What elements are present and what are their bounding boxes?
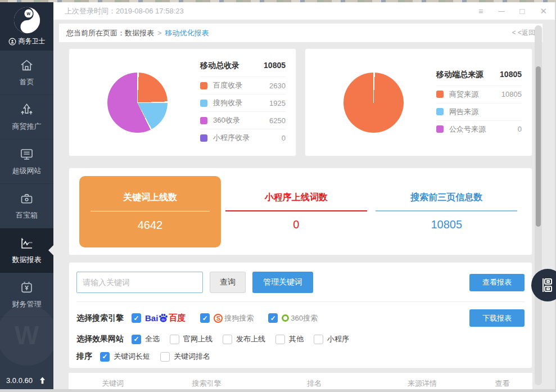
legend-label: 百度收录 [213,80,242,91]
sidebar-item-finance[interactable]: 财务管理 [0,273,53,317]
legend-swatch [200,82,207,89]
select-all-checkbox[interactable] [132,335,141,344]
breadcrumb: 您当前所在页面：数据报表 > 移动优化报表 < <返回 [59,24,543,42]
vertical-scrollbar[interactable] [535,25,542,385]
stat-value: 10805 [431,218,462,231]
sogou-text: 搜狗搜索 [224,313,254,323]
sidebar-nav: 首页 商贸推广 超级网站 [0,51,53,317]
official-site-checkbox[interactable] [170,335,179,344]
sogou-checkbox[interactable] [200,313,210,323]
legend-label: 搜狗收录 [213,98,242,108]
site-group-label: 选择效果网站 [76,334,124,344]
sidebar-item-label: 首页 [20,77,34,87]
breadcrumb-prefix: 您当前所在页面：数据报表 [66,28,154,38]
results-table-header: 关键词 搜索引擎 排名 来源详情 查看 [69,373,532,389]
sort-group-label: 排序 [76,352,92,362]
legend-value: 0 [518,125,522,133]
mobile-index-pie-chart [107,73,168,133]
legend-item: 360收录 6250 [200,111,286,129]
keyword-length-checkbox[interactable] [100,352,110,362]
minimize-button[interactable]: ─ [499,7,505,15]
stat-miniprogram-words[interactable]: 小程序上线词数 0 [221,192,372,231]
sidebar-item-label: 数据报表 [12,255,42,265]
sogou-logo: S 搜狗搜索 [214,313,254,323]
app-logo-block: w 商务卫士 [0,2,53,51]
content-area: 您当前所在页面：数据报表 > 移动优化报表 < <返回 移动总收录 10805 [53,20,556,389]
legend-swatch [200,134,207,142]
mobile-source-chart-card: 移动端总来源 10805 商贸来源 10805 网告来源 [305,48,532,156]
legend-item: 小程序收录 0 [200,129,286,146]
back-link[interactable]: < <返回 [512,28,535,38]
active-item-notch [48,245,53,255]
legend-value: 2630 [269,82,286,90]
version-row: 3.0.0.60 [0,376,53,385]
sidebar-item-label: 商贸推广 [12,121,42,132]
upgrade-arrow-icon[interactable] [38,376,47,385]
legend-label: 360收录 [213,115,240,125]
maximize-button[interactable]: □ [519,7,525,15]
sidebar-item-home[interactable]: 首页 [0,51,53,95]
report-icon [19,236,34,251]
legend-item: 商贸来源 10805 [436,85,522,103]
manage-keywords-button[interactable]: 管理关键词 [252,272,313,293]
option-official-site[interactable]: 官网上线 [170,334,213,344]
option-select-all[interactable]: 全选 [132,334,160,344]
search-row: 查询 管理关键词 查看报表 [76,272,525,293]
baidu-cn-wordmark: 百度 [169,313,186,323]
option-keyword-rank[interactable]: 关键词排名 [160,352,210,362]
legend-value: 1925 [269,99,286,107]
legend-swatch [436,125,444,133]
sidebar-item-label: 百宝箱 [16,210,38,220]
window-bottom-edge [0,389,556,392]
app-window: w 商务卫士 首页 [0,2,556,389]
engine-filter-row: 选择搜索引擎 Bai du 百度 S [76,309,525,327]
divider [76,301,525,302]
column-header-keyword: 关键词 [69,379,157,389]
keyword-rank-checkbox[interactable] [160,352,170,362]
baidu-checkbox[interactable] [132,313,141,323]
so360-ring-icon [282,314,289,322]
sidebar-item-reports[interactable]: 数据报表 [0,228,53,273]
sidebar: w 商务卫士 首页 [0,2,53,389]
sidebar-item-toolbox[interactable]: 百宝箱 [0,184,53,228]
baidu-logo: Bai du 百度 [145,313,186,323]
finance-icon [19,280,34,295]
other-checkbox[interactable] [275,335,285,344]
query-button[interactable]: 查询 [210,272,246,293]
stat-divider [376,210,517,211]
legend-item: 公众号来源 0 [436,120,522,138]
option-miniprogram[interactable]: 小程序 [314,334,349,344]
main-area: 上次登录时间：2019-08-06 17:58:23 ≡ ─ □ ✕ 您当前所在… [53,2,556,389]
window-menu-button[interactable]: ≡ [478,7,483,15]
sidebar-item-website[interactable]: 超级网站 [0,139,53,184]
window-controls: ≡ ─ □ ✕ [478,7,556,15]
option-label: 全选 [145,334,160,344]
stat-label: 搜索前三页信息数 [410,192,482,204]
option-label: 关键词长短 [114,352,150,362]
filter-panel: 查询 管理关键词 查看报表 选择搜索引擎 Bai du [69,262,532,368]
so360-checkbox[interactable] [268,313,278,323]
scrollbar-thumb[interactable] [536,66,541,227]
sidebar-item-promotion[interactable]: 商贸推广 [0,95,53,139]
legend-value: 10805 [501,90,522,98]
legend-title: 移动总收录 [200,61,239,71]
view-report-button[interactable]: 查看报表 [469,274,525,291]
engine-group-label: 选择搜索引擎 [76,313,124,323]
option-publish-online[interactable]: 发布上线 [223,334,265,344]
miniprogram-checkbox[interactable] [314,335,323,344]
publish-online-checkbox[interactable] [223,335,232,344]
legend-item: 百度收录 2630 [200,76,286,94]
stat-keywords-online[interactable]: 关键词上线数 4642 [79,176,221,247]
baidu-wordmark: Bai [145,313,158,323]
sort-row: 排序 关键词长短 关键词排名 [76,352,525,362]
stat-top3-info[interactable]: 搜索前三页信息数 10805 [372,192,522,231]
column-header-rank: 排名 [256,379,372,389]
website-icon [19,147,34,162]
download-report-button[interactable]: 下载报表 [469,309,525,327]
close-button[interactable]: ✕ [540,7,547,15]
breadcrumb-current-link[interactable]: 移动优化报表 [165,28,209,38]
option-keyword-length[interactable]: 关键词长短 [100,352,150,362]
column-header-view: 查看 [472,379,532,389]
option-other[interactable]: 其他 [275,334,304,344]
keyword-search-input[interactable] [76,272,203,293]
